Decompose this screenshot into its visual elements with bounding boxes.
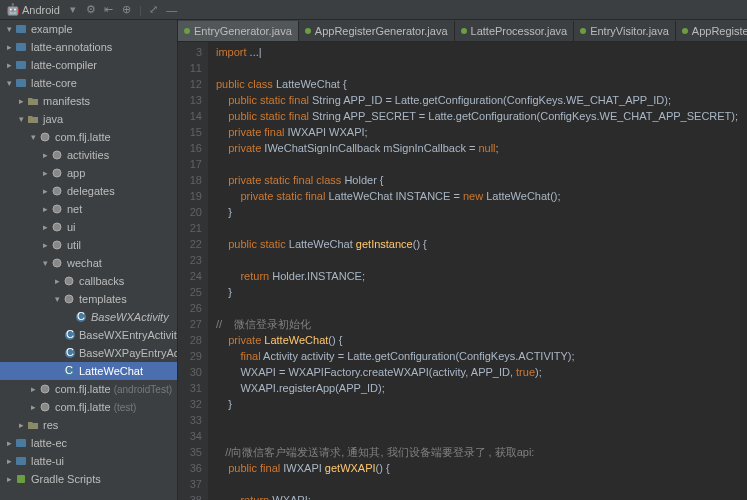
tree-item-manifests[interactable]: ▸manifests [0, 92, 177, 110]
code-line[interactable] [216, 156, 747, 172]
code-area[interactable]: 3111213141516171819202122232425262728293… [178, 42, 747, 500]
chevron-icon[interactable]: ▸ [40, 186, 50, 196]
tree-item-templates[interactable]: ▾templates [0, 290, 177, 308]
chevron-icon[interactable]: ▸ [16, 96, 26, 106]
chevron-icon[interactable]: ▾ [52, 294, 62, 304]
code-line[interactable] [216, 428, 747, 444]
code-line[interactable]: public class LatteWeChat { [216, 76, 747, 92]
chevron-icon[interactable]: ▸ [52, 276, 62, 286]
chevron-icon[interactable]: ▸ [40, 168, 50, 178]
code-line[interactable]: final Activity activity = Latte.getConfi… [216, 348, 747, 364]
code-line[interactable]: import ...| [216, 44, 747, 60]
code-line[interactable] [216, 476, 747, 492]
tab-appregister[interactable]: AppRegister.java [676, 21, 747, 41]
chevron-icon[interactable]: ▸ [40, 222, 50, 232]
tree-item-callbacks[interactable]: ▸callbacks [0, 272, 177, 290]
code-line[interactable] [216, 300, 747, 316]
collapse-icon[interactable]: ⇤ [102, 3, 116, 17]
chevron-icon[interactable]: ▸ [4, 474, 14, 484]
code-line[interactable]: return WXAPI; [216, 492, 747, 500]
chevron-icon[interactable]: ▾ [4, 24, 14, 34]
code-text[interactable]: import ...| public class LatteWeChat { p… [208, 42, 747, 500]
code-line[interactable]: } [216, 204, 747, 220]
tree-item-latte-compiler[interactable]: ▸latte-compiler [0, 56, 177, 74]
tree-item-latte-ec[interactable]: ▸latte-ec [0, 434, 177, 452]
project-tree[interactable]: ▾example▸latte-annotations▸latte-compile… [0, 20, 178, 500]
tree-item-net[interactable]: ▸net [0, 200, 177, 218]
tree-item-basewxpayentryactivity[interactable]: CBaseWXPayEntryActivity [0, 344, 177, 362]
tree-item-com-flj-latte[interactable]: ▸com.flj.latte(test) [0, 398, 177, 416]
code-line[interactable]: WXAPI.registerApp(APP_ID); [216, 380, 747, 396]
code-line[interactable]: //向微信客户端发送请求, 通知其, 我们设备端要登录了 , 获取api: [216, 444, 747, 460]
editor-tabs[interactable]: EntryGenerator.javaAppRegisterGenerator.… [178, 20, 747, 42]
code-line[interactable] [216, 60, 747, 76]
tab-entrygenerator[interactable]: EntryGenerator.java [178, 21, 299, 41]
chevron-icon[interactable]: ▸ [40, 150, 50, 160]
tree-item-wechat[interactable]: ▾wechat [0, 254, 177, 272]
chevron-icon[interactable]: ▸ [4, 42, 14, 52]
chevron-icon[interactable]: ▸ [4, 438, 14, 448]
chevron-icon[interactable]: ▸ [40, 240, 50, 250]
expand-icon[interactable]: ⤢ [147, 3, 161, 17]
code-line[interactable]: private static final class Holder { [216, 172, 747, 188]
chevron-down-icon[interactable]: ▾ [66, 3, 80, 17]
tab-latteprocessor[interactable]: LatteProcessor.java [455, 21, 575, 41]
tree-item-com-flj-latte[interactable]: ▸com.flj.latte(androidTest) [0, 380, 177, 398]
tree-item-com-flj-latte[interactable]: ▾com.flj.latte [0, 128, 177, 146]
line-number: 18 [178, 172, 202, 188]
tree-item-app[interactable]: ▸app [0, 164, 177, 182]
code-line[interactable]: private LatteWeChat() { [216, 332, 747, 348]
code-line[interactable]: public static LatteWeChat getInstance() … [216, 236, 747, 252]
chevron-icon[interactable]: ▾ [4, 78, 14, 88]
code-line[interactable]: } [216, 284, 747, 300]
code-line[interactable]: WXAPI = WXAPIFactory.createWXAPI(activit… [216, 364, 747, 380]
code-line[interactable] [216, 220, 747, 236]
chevron-icon[interactable]: ▾ [28, 132, 38, 142]
chevron-icon[interactable]: ▸ [28, 402, 38, 412]
code-line[interactable]: public static final String APP_ID = Latt… [216, 92, 747, 108]
line-number: 11 [178, 60, 202, 76]
settings-icon[interactable]: ⚙ [84, 3, 98, 17]
chevron-icon[interactable]: ▸ [28, 384, 38, 394]
code-line[interactable] [216, 252, 747, 268]
code-line[interactable]: // 微信登录初始化 [216, 316, 747, 332]
tree-item-latte-core[interactable]: ▾latte-core [0, 74, 177, 92]
svg-point-10 [53, 241, 61, 249]
chevron-icon[interactable]: ▾ [40, 258, 50, 268]
code-line[interactable] [216, 412, 747, 428]
code-line[interactable]: } [216, 396, 747, 412]
target-icon[interactable]: ⊕ [120, 3, 134, 17]
tab-entryvisitor[interactable]: EntryVisitor.java [574, 21, 676, 41]
tree-label: latte-ui [31, 455, 64, 467]
chevron-icon[interactable]: ▸ [4, 456, 14, 466]
tree-label: LatteWeChat [79, 365, 143, 377]
chevron-icon[interactable]: ▸ [16, 420, 26, 430]
code-line[interactable]: private static final LatteWeChat INSTANC… [216, 188, 747, 204]
tree-item-delegates[interactable]: ▸delegates [0, 182, 177, 200]
chevron-icon[interactable]: ▾ [16, 114, 26, 124]
tree-item-latte-ui[interactable]: ▸latte-ui [0, 452, 177, 470]
tree-item-ui[interactable]: ▸ui [0, 218, 177, 236]
code-line[interactable]: public final IWXAPI getWXAPI() { [216, 460, 747, 476]
tree-item-gradle-scripts[interactable]: ▸Gradle Scripts [0, 470, 177, 488]
tree-item-lattewechat[interactable]: CLatteWeChat [0, 362, 177, 380]
tree-item-latte-annotations[interactable]: ▸latte-annotations [0, 38, 177, 56]
chevron-icon[interactable]: ▸ [40, 204, 50, 214]
line-number: 38 [178, 492, 202, 500]
tree-item-basewxactivity[interactable]: CBaseWXActivity [0, 308, 177, 326]
tab-appregistergenerator[interactable]: AppRegisterGenerator.java [299, 21, 455, 41]
tree-item-res[interactable]: ▸res [0, 416, 177, 434]
code-line[interactable]: return Holder.INSTANCE; [216, 268, 747, 284]
mod-icon [14, 455, 28, 467]
code-line[interactable]: private final IWXAPI WXAPI; [216, 124, 747, 140]
tree-item-util[interactable]: ▸util [0, 236, 177, 254]
chevron-icon[interactable]: ▸ [4, 60, 14, 70]
code-line[interactable]: private IWeChatSignInCallback mSignInCal… [216, 140, 747, 156]
view-dropdown[interactable]: Android [22, 4, 60, 16]
tree-item-activities[interactable]: ▸activities [0, 146, 177, 164]
tree-item-example[interactable]: ▾example [0, 20, 177, 38]
code-line[interactable]: public static final String APP_SECRET = … [216, 108, 747, 124]
tree-item-java[interactable]: ▾java [0, 110, 177, 128]
tree-item-basewxentryactivity[interactable]: CBaseWXEntryActivity [0, 326, 177, 344]
hide-icon[interactable]: — [165, 3, 179, 17]
